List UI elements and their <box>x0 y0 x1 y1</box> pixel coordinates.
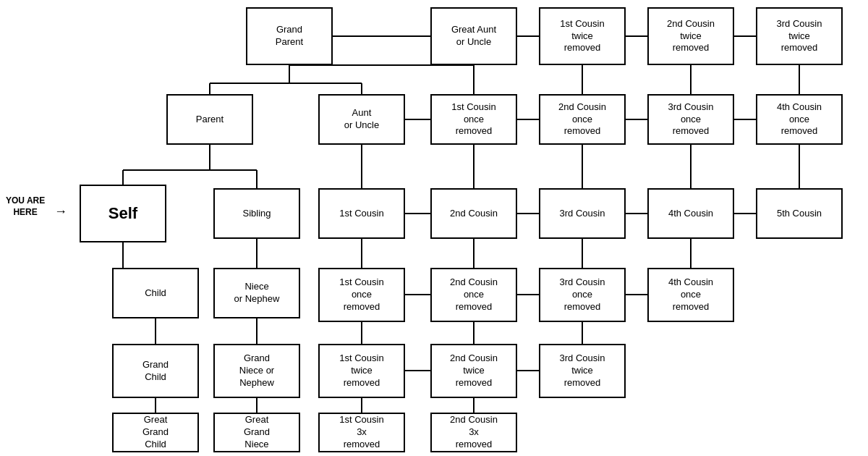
box-4th-cousin: 4th Cousin <box>647 188 734 239</box>
box-4th-cousin-1r-up: 4th Cousinonceremoved <box>756 94 843 145</box>
box-1st-cousin-1r: 1st Cousinonceremoved <box>318 268 405 322</box>
box-1st-cousin: 1st Cousin <box>318 188 405 239</box>
box-sibling: Sibling <box>213 188 300 239</box>
box-2nd-cousin-1r: 2nd Cousinonceremoved <box>430 268 517 322</box>
box-great-grand-niece: GreatGrandNiece <box>213 413 300 452</box>
family-chart: GrandParentParentAuntor UncleSelfSibling… <box>0 0 868 456</box>
box-3rd-cousin-1r: 3rd Cousinonceremoved <box>539 268 626 322</box>
box-1st-cousin-2r: 1st Cousintwiceremoved <box>318 344 405 398</box>
box-1st-cousin-3r: 1st Cousin3xremoved <box>318 413 405 452</box>
you-are-here-label: YOU AREHERE <box>6 195 45 218</box>
box-child: Child <box>112 268 199 318</box>
box-2nd-cousin-3r: 2nd Cousin3xremoved <box>430 413 517 452</box>
box-3rd-cousin-2r: 3rd Cousintwiceremoved <box>539 344 626 398</box>
box-grand-niece-nephew: GrandNiece orNephew <box>213 344 300 398</box>
box-3rd-cousin-1r-up: 3rd Cousinonceremoved <box>647 94 734 145</box>
box-1st-cousin-1r-up: 1st Cousinonceremoved <box>430 94 517 145</box>
box-self: Self <box>80 185 166 242</box>
box-1st-cousin-2r-up: 1st Cousintwiceremoved <box>539 7 626 65</box>
box-niece-nephew: Nieceor Nephew <box>213 268 300 318</box>
box-2nd-cousin-2r-up: 2nd Cousintwiceremoved <box>647 7 734 65</box>
box-3rd-cousin-2r-up: 3rd Cousintwiceremoved <box>756 7 843 65</box>
box-5th-cousin: 5th Cousin <box>756 188 843 239</box>
box-parent: Parent <box>166 94 253 145</box>
box-grandchild: GrandChild <box>112 344 199 398</box>
box-grandparent: GrandParent <box>246 7 333 65</box>
box-aunt-uncle: Auntor Uncle <box>318 94 405 145</box>
box-4th-cousin-1r: 4th Cousinonceremoved <box>647 268 734 322</box>
box-3rd-cousin: 3rd Cousin <box>539 188 626 239</box>
box-great-grandchild: GreatGrandChild <box>112 413 199 452</box>
you-are-here-arrow: → <box>54 204 67 219</box>
box-2nd-cousin-2r: 2nd Cousintwiceremoved <box>430 344 517 398</box>
box-2nd-cousin: 2nd Cousin <box>430 188 517 239</box>
box-great-aunt-uncle: Great Auntor Uncle <box>430 7 517 65</box>
box-2nd-cousin-1r-up: 2nd Cousinonceremoved <box>539 94 626 145</box>
